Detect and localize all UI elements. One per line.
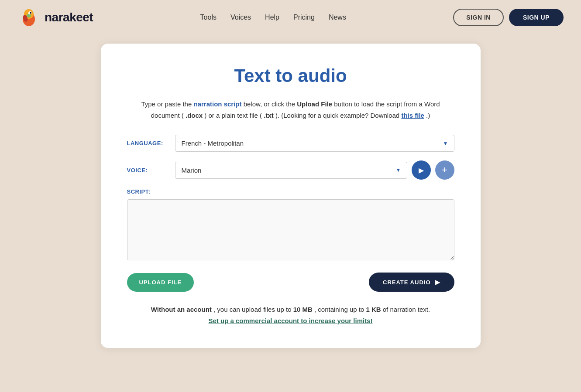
voice-controls: Marion Jean Claire Pierre ▼ ▶ + [175, 160, 454, 180]
info-text: Without an account , you can upload file… [127, 304, 454, 326]
auth-buttons: SIGN IN SIGN UP [453, 9, 564, 26]
kb-bold: 1 KB [366, 306, 381, 313]
desc-text-2: below, or click the [244, 100, 297, 108]
commercial-account-link[interactable]: Set up a commercial account to increase … [209, 317, 373, 324]
language-row: LANGUAGE: French - Metropolitan English … [127, 135, 454, 152]
upload-file-button[interactable]: UPLOAD FILE [127, 273, 194, 292]
info-text-3: , containing up to [314, 306, 366, 313]
nav-help[interactable]: Help [265, 14, 279, 21]
card: Text to audio Type or paste the narratio… [101, 44, 481, 348]
without-account-bold: Without an account [151, 306, 212, 313]
desc-text-6: .) [426, 112, 430, 119]
script-textarea[interactable] [127, 199, 454, 260]
create-play-icon: ▶ [435, 279, 440, 286]
play-voice-button[interactable]: ▶ [412, 160, 431, 180]
upload-file-bold: Upload File [297, 100, 332, 108]
language-select-wrapper: French - Metropolitan English - US Engli… [175, 135, 454, 152]
add-voice-button[interactable]: + [435, 160, 454, 180]
nav-pricing[interactable]: Pricing [293, 14, 315, 21]
signin-button[interactable]: SIGN IN [453, 9, 504, 26]
logo-icon [17, 6, 40, 29]
desc-text-5: ). (Looking for a quick example? Downloa… [275, 112, 402, 119]
narration-script-link[interactable]: narration script [193, 100, 241, 108]
desc-text-1: Type or paste the [141, 100, 193, 108]
main-container: Text to audio Type or paste the narratio… [0, 35, 581, 365]
create-audio-button[interactable]: CREATE AUDIO ▶ [369, 273, 454, 292]
buttons-row: UPLOAD FILE CREATE AUDIO ▶ [127, 273, 454, 292]
txt-bold: .txt [264, 112, 274, 119]
language-label: LANGUAGE: [127, 140, 175, 147]
main-nav: Tools Voices Help Pricing News [200, 14, 346, 21]
nav-voices[interactable]: Voices [230, 14, 251, 21]
info-text-2: , you can upload files up to [213, 306, 293, 313]
info-paragraph: Without an account , you can upload file… [127, 304, 454, 315]
voice-select-wrapper: Marion Jean Claire Pierre ▼ [175, 162, 407, 179]
info-text-4: of narration text. [383, 306, 430, 313]
language-select[interactable]: French - Metropolitan English - US Engli… [175, 135, 454, 152]
voice-label: VOICE: [127, 167, 175, 174]
card-description: Type or paste the narration script below… [127, 99, 454, 121]
docx-bold: .docx [186, 112, 203, 119]
logo-text: narakeet [45, 10, 93, 24]
page-title: Text to audio [127, 65, 454, 86]
voice-row: VOICE: Marion Jean Claire Pierre ▼ ▶ + [127, 160, 454, 180]
commercial-link-paragraph: Set up a commercial account to increase … [127, 315, 454, 327]
play-icon: ▶ [419, 166, 424, 174]
script-section: SCRIPT: [127, 188, 454, 262]
svg-point-7 [27, 14, 31, 17]
desc-text-4: ) or a plain text file ( [204, 112, 262, 119]
script-label: SCRIPT: [127, 188, 454, 195]
signup-button[interactable]: SIGN UP [509, 9, 564, 26]
this-file-link[interactable]: this file [401, 112, 424, 119]
size-bold: 10 MB [293, 306, 313, 313]
create-audio-label: CREATE AUDIO [383, 279, 431, 286]
voice-select[interactable]: Marion Jean Claire Pierre [175, 162, 407, 179]
logo-area: narakeet [17, 6, 93, 29]
plus-icon: + [442, 164, 447, 176]
nav-news[interactable]: News [329, 14, 346, 21]
nav-tools[interactable]: Tools [200, 14, 217, 21]
